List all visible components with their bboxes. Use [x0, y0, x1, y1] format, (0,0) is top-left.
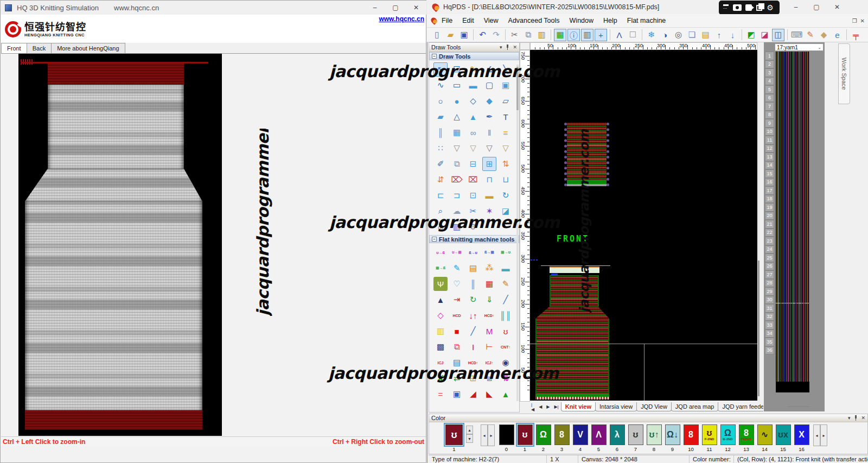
needle-bars-tool[interactable]: ║ — [466, 277, 480, 291]
hcd-import-tool[interactable]: HCD↑ — [482, 308, 496, 322]
stripe-tool-tool[interactable]: ▥ — [433, 324, 448, 338]
panel-dropdown-icon[interactable]: ▾ — [500, 45, 502, 50]
needle-view-icon[interactable]: ▥ — [581, 29, 593, 41]
transfer-up-down-tool[interactable]: ↓↑ — [466, 308, 480, 322]
mdi-close-icon[interactable]: ✕ — [860, 18, 865, 24]
menu-window[interactable]: Window — [565, 15, 598, 27]
palette-scroll-left-btn2[interactable]: ◂ — [813, 424, 820, 446]
loop-swap-tool[interactable]: ⇅ — [499, 371, 513, 385]
align-panel-tool[interactable]: ⊞ — [482, 157, 496, 171]
fill-color-tool[interactable]: ▽ — [450, 141, 464, 155]
tab-nav-0[interactable]: |◀ — [529, 402, 537, 412]
ibeam-marker-tool[interactable]: I — [466, 340, 480, 354]
slope-tool-2-tool[interactable]: ◣ — [482, 387, 496, 401]
color-layers-tool[interactable]: ▤ — [466, 261, 480, 275]
workspace-tab[interactable]: Work Space — [838, 43, 850, 104]
calculator-icon[interactable]: ⌨ — [790, 29, 803, 41]
flag-marker-tool[interactable]: ⊢ — [482, 340, 496, 354]
hcd-export-tool[interactable]: HCD — [450, 308, 464, 322]
frame-bottom-tool[interactable]: ⊔ — [499, 173, 513, 187]
pens-icon[interactable]: ✎ — [804, 29, 816, 41]
eyedropper-tool-tool[interactable]: ✒ — [482, 110, 496, 124]
tab-front[interactable]: Front — [1, 43, 27, 53]
undo-icon[interactable]: ↶ — [476, 29, 489, 41]
color-swatch-15[interactable]: ʊx — [776, 424, 791, 445]
snowflake-tool-icon[interactable]: ❄ — [645, 29, 658, 41]
panel-scrollbar[interactable] — [516, 65, 519, 401]
swap-blocks-tool[interactable]: ⇄ — [450, 371, 464, 385]
color-close-icon[interactable]: ✕ — [861, 415, 865, 421]
tab-nav-1[interactable]: ◀ — [537, 403, 544, 410]
binoculars-tool-icon[interactable]: ◎ — [672, 29, 685, 41]
collapse-icon[interactable]: − — [432, 237, 437, 242]
stitch-info-icon[interactable]: ⓘ — [567, 29, 580, 41]
block-map-1-icon[interactable]: ◩ — [745, 29, 757, 41]
frame-top-tool[interactable]: ⊓ — [482, 173, 496, 187]
ellipse-filled-tool[interactable]: ● — [450, 94, 464, 108]
palette-scroll-right-btn[interactable]: ▸ — [488, 424, 495, 446]
center-view-icon[interactable]: + — [595, 29, 607, 41]
tab-knit-view[interactable]: Knit view — [561, 402, 596, 411]
line-tool-tool[interactable]: ╲ — [499, 62, 513, 77]
garment-outline-tool[interactable]: ♡ — [450, 277, 464, 291]
zoom-tool-tool[interactable]: ⌕ — [433, 204, 448, 218]
section-header-flat-knitting-machine-tools[interactable]: −Flat knitting machine tools — [429, 235, 519, 243]
curve-tool-tool[interactable]: ∿ — [433, 78, 448, 92]
delete-apply-tool[interactable]: ✘ — [433, 371, 448, 385]
folder-view-icon[interactable]: ◆ — [818, 29, 830, 41]
loop-front-to-grid-tool[interactable]: ʊ→▦ — [450, 245, 464, 259]
slope-tool-3-tool[interactable]: ▲ — [499, 387, 513, 401]
stairs-shaping-tool[interactable]: ▲ — [433, 293, 448, 307]
gradient-selection-tool[interactable]: ▣ — [450, 387, 464, 401]
color-swatch-0[interactable] — [499, 424, 514, 445]
blanket-pattern-tool[interactable]: ▤ — [450, 356, 464, 370]
frame-left-tool[interactable]: ⊏ — [433, 188, 448, 202]
video-icon[interactable] — [745, 4, 752, 11]
color-swatch-6[interactable]: λ — [610, 424, 625, 445]
pencil-tool-tool[interactable]: ✎ — [466, 62, 480, 77]
cut-icon[interactable]: ✂ — [508, 29, 521, 41]
menu-view[interactable]: View — [479, 15, 503, 27]
camera-icon[interactable] — [733, 4, 742, 11]
tab-jqd-yarn-feeder-group[interactable]: JQD yarn feeder group — [718, 402, 763, 411]
polyline-tool-tool[interactable]: ∠ — [482, 62, 496, 77]
cascade-windows-icon[interactable]: ❏ — [686, 29, 698, 41]
contrast-tool-icon[interactable]: ◑ — [659, 29, 671, 41]
link-chain-tool-tool[interactable]: ∞ — [433, 220, 448, 234]
overlap-frames-tool[interactable]: ⧉ — [450, 340, 464, 354]
section-header-draw-tools[interactable]: −Draw Tools — [429, 52, 519, 60]
needle-select-tool-tool[interactable]: ▥ — [450, 220, 464, 234]
collapse-icon[interactable]: − — [432, 54, 437, 59]
close-button[interactable]: ✕ — [406, 1, 426, 14]
yarn-color-lines-tool[interactable]: ║║ — [499, 308, 513, 322]
color-swatch-13[interactable]: 8F92ND — [739, 424, 754, 445]
save-file-icon[interactable]: ▣ — [458, 29, 470, 41]
yarn-selector[interactable]: 17:yarn1 ⌄ — [775, 43, 824, 51]
gear-tool-tool[interactable]: ⚙ — [466, 220, 480, 234]
browser-icon[interactable]: e — [831, 29, 844, 41]
rect-filled-tool[interactable]: ▬ — [466, 78, 480, 92]
fill-texture-tool[interactable]: ▽ — [499, 141, 513, 155]
delete-row-tool[interactable]: ⌦ — [450, 173, 464, 187]
fill-pattern-tool[interactable]: ▽ — [466, 141, 480, 155]
tab-jqd-view[interactable]: JQD View — [636, 402, 672, 411]
refresh-tool-tool[interactable]: ↻ — [499, 188, 513, 202]
menu-edit[interactable]: Edit — [457, 15, 479, 27]
marker-brush-tool[interactable]: ✐ — [433, 157, 448, 171]
screwdriver-tool-tool[interactable]: ╱ — [499, 293, 513, 307]
fill-gradient-tool[interactable]: ▽ — [482, 141, 496, 155]
menu-flat-machine[interactable]: Flat machine — [622, 15, 671, 27]
panel-close-icon[interactable]: ✕ — [513, 45, 517, 50]
ellipse-outline-tool[interactable]: ○ — [433, 94, 448, 108]
new-file-icon[interactable]: ▯ — [431, 29, 443, 41]
mdi-restore-icon[interactable]: ❐ — [852, 18, 857, 24]
gear-icon[interactable]: ⚙ — [767, 4, 775, 11]
loop-back-to-grid-tool[interactable]: ß→▦ — [482, 245, 496, 259]
menu-file[interactable]: File — [437, 15, 457, 27]
apply-down-tool[interactable]: ⇓ — [482, 293, 496, 307]
frame-all-tool[interactable]: ⊡ — [466, 188, 480, 202]
tab-more-about-hengqiang[interactable]: More about HengQiang — [51, 43, 125, 53]
gold-bar-tool-tool[interactable]: ▬ — [482, 188, 496, 202]
palette-scroll-right-btn2[interactable]: ▸ — [820, 424, 827, 446]
redo-icon[interactable]: ↷ — [490, 29, 502, 41]
